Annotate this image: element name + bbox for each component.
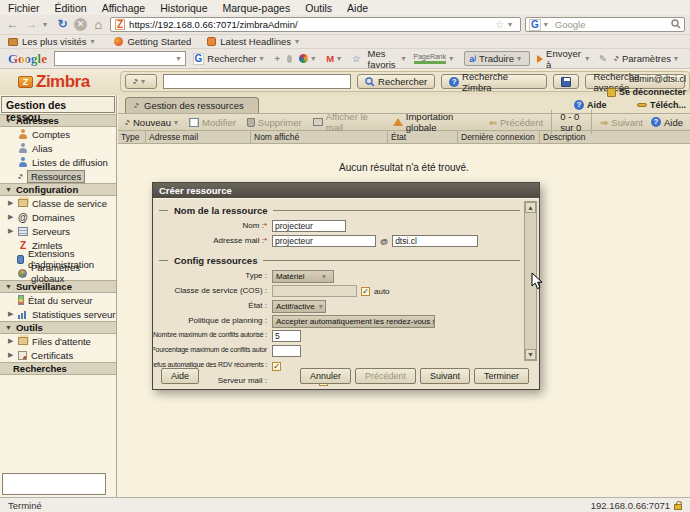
column-etat[interactable]: État bbox=[388, 131, 458, 143]
history-chevron-icon[interactable]: ▾ bbox=[43, 20, 51, 29]
translate-button[interactable]: aʲ Traduire ▾ bbox=[464, 51, 530, 66]
highlight-icon[interactable]: ✎ bbox=[599, 53, 607, 64]
search-type-button[interactable]: ▾ bbox=[125, 74, 157, 89]
tab-gestion-des-ressources[interactable]: Gestion des ressources bbox=[125, 97, 259, 113]
edit-button[interactable]: Modifier bbox=[189, 117, 236, 128]
sidebar-item-statistiques-serveur[interactable]: ▶ Statistiques serveur bbox=[0, 307, 116, 321]
max-conflicts-field[interactable] bbox=[272, 330, 301, 342]
forward-icon[interactable]: → bbox=[24, 17, 39, 32]
apps-menu[interactable]: ▾ bbox=[299, 54, 319, 63]
name-field[interactable] bbox=[272, 220, 346, 232]
add-icon[interactable]: + bbox=[274, 53, 280, 64]
section-configuration[interactable]: ▼ Configuration bbox=[0, 183, 116, 196]
search-zimbra-button[interactable]: ? Recherche Zimbra bbox=[441, 74, 547, 89]
mail-domain-field[interactable] bbox=[392, 235, 478, 247]
cos-field[interactable] bbox=[272, 285, 357, 297]
cancel-button[interactable]: Annuler bbox=[300, 368, 351, 384]
bookmark-getting-started[interactable]: Getting Started bbox=[114, 36, 191, 47]
download-link[interactable]: Téléch... bbox=[637, 100, 686, 110]
sidebar-item-classe-de-service[interactable]: ▶ Classe de service bbox=[0, 196, 116, 210]
search-go-icon[interactable] bbox=[671, 19, 681, 31]
lock-icon[interactable] bbox=[674, 504, 682, 510]
menu-outils[interactable]: Outils bbox=[305, 2, 332, 14]
back-icon[interactable]: ← bbox=[5, 17, 20, 32]
expander-icon[interactable]: ▶ bbox=[8, 213, 14, 221]
global-import-button[interactable]: Importation globale bbox=[393, 111, 478, 133]
scroll-down-icon[interactable]: ▼ bbox=[525, 349, 536, 360]
mail-local-field[interactable] bbox=[272, 235, 376, 247]
spellcheck-icon[interactable] bbox=[287, 55, 292, 63]
home-icon[interactable]: ⌂ bbox=[91, 17, 106, 32]
sidebar-item-domaines[interactable]: ▶ @ Domaines bbox=[0, 210, 116, 224]
cos-auto-checkbox[interactable]: ✓ bbox=[361, 287, 370, 296]
menu-historique[interactable]: Historique bbox=[160, 2, 207, 14]
sidebar-item-parametres-globaux[interactable]: Paramètres globaux bbox=[0, 266, 116, 280]
finish-button[interactable]: Terminer bbox=[474, 368, 529, 384]
dialog-title-bar[interactable]: Créer ressource bbox=[153, 183, 539, 198]
sidebar-item-certificats[interactable]: ▶ Certificats bbox=[0, 348, 116, 362]
urlbar-chevron-icon[interactable]: ▾ bbox=[508, 20, 516, 29]
state-dropdown[interactable]: Actif/active ▾ bbox=[272, 300, 326, 313]
column-adresse-mail[interactable]: Adresse mail bbox=[146, 131, 251, 143]
section-recherches[interactable]: Recherches bbox=[0, 362, 116, 375]
column-description[interactable]: Description bbox=[540, 131, 690, 143]
pagerank-widget[interactable]: PageRank ▾ bbox=[414, 53, 458, 64]
send-to-menu[interactable]: Envoyer à ▾ bbox=[537, 48, 592, 70]
browser-search-box[interactable]: G ▾ Google bbox=[525, 17, 685, 32]
expander-icon[interactable]: ▶ bbox=[8, 337, 14, 345]
menu-aide[interactable]: Aide bbox=[347, 2, 368, 14]
search-button[interactable]: Rechercher bbox=[357, 74, 435, 89]
expander-icon[interactable]: ▶ bbox=[8, 310, 14, 318]
pct-conflicts-field[interactable] bbox=[272, 345, 301, 357]
chevron-down-icon[interactable]: ▾ bbox=[177, 54, 185, 63]
zimbra-search-input[interactable] bbox=[163, 74, 351, 89]
address-bar[interactable]: Z https://192.168.0.66:7071/zimbraAdmin/… bbox=[110, 17, 521, 32]
favorites-menu[interactable]: Mes favoris ▾ bbox=[368, 48, 407, 70]
bookmark-most-visited[interactable]: Les plus visités ▾ bbox=[8, 36, 98, 47]
menu-affichage[interactable]: Affichage bbox=[102, 2, 146, 14]
sidebar-item-comptes[interactable]: Comptes bbox=[0, 127, 116, 141]
dialog-help-button[interactable]: Aide bbox=[161, 368, 199, 384]
help-link[interactable]: ? Aide bbox=[574, 100, 607, 110]
view-mail-button[interactable]: Afficher le mail bbox=[313, 111, 382, 133]
policy-dropdown[interactable]: Accepter automatiquement les rendez-vous… bbox=[272, 315, 435, 328]
sidebar-item-ressources[interactable]: Ressources bbox=[0, 169, 116, 183]
stop-icon[interactable]: ✕ bbox=[74, 18, 87, 31]
menu-edition[interactable]: Édition bbox=[55, 2, 87, 14]
settings-menu[interactable]: Paramètres ▾ bbox=[614, 53, 682, 64]
expander-icon[interactable]: ▶ bbox=[8, 227, 14, 235]
scroll-up-icon[interactable]: ▲ bbox=[525, 202, 536, 213]
next-button[interactable]: Suivant bbox=[420, 368, 470, 384]
bookmark-this-icon[interactable]: ☆ bbox=[352, 53, 361, 64]
previous-page-button[interactable]: ⇐ Précédent bbox=[489, 117, 543, 128]
delete-button[interactable]: Supprimer bbox=[247, 117, 302, 128]
expander-icon[interactable]: ▶ bbox=[8, 199, 14, 207]
bookmark-latest-headlines[interactable]: Latest Headlines ▾ bbox=[207, 36, 303, 47]
expander-icon[interactable]: ▶ bbox=[8, 351, 14, 359]
engine-chevron-icon[interactable]: ▾ bbox=[544, 20, 552, 29]
section-adresses[interactable]: ▼ Adresses bbox=[0, 114, 116, 127]
google-toolbar-search-input[interactable]: ▾ bbox=[54, 51, 186, 66]
new-button[interactable]: Nouveau ▾ bbox=[125, 117, 178, 128]
previous-button[interactable]: Précédent bbox=[355, 368, 416, 384]
bookmark-star-icon[interactable]: ☆ bbox=[495, 19, 504, 30]
toolbar-help-button[interactable]: ? Aide bbox=[651, 117, 683, 128]
reload-icon[interactable]: ↻ bbox=[55, 17, 70, 32]
column-nom-affiche[interactable]: Nom affiché bbox=[251, 131, 388, 143]
next-page-button[interactable]: ⇒ Suivant bbox=[600, 117, 643, 128]
google-engine-icon[interactable]: G bbox=[529, 19, 541, 31]
column-derniere-connexion[interactable]: Dernière connexion bbox=[458, 131, 540, 143]
google-search-button[interactable]: G Rechercher ▾ bbox=[193, 53, 268, 65]
section-outils[interactable]: ▼ Outils bbox=[0, 321, 116, 334]
menu-fichier[interactable]: Fichier bbox=[8, 2, 40, 14]
column-type[interactable]: Type bbox=[118, 131, 146, 143]
sidebar-item-listes-de-diffusion[interactable]: Listes de diffusion bbox=[0, 155, 116, 169]
menu-marque-pages[interactable]: Marque-pages bbox=[223, 2, 291, 14]
gmail-menu[interactable]: M ▾ bbox=[326, 53, 345, 64]
sidebar-item-files-attente[interactable]: ▶ Files d'attente bbox=[0, 334, 116, 348]
type-dropdown[interactable]: Matériel ▾ bbox=[272, 270, 334, 283]
logout-link[interactable]: Se déconnecter bbox=[568, 87, 686, 97]
sidebar-item-alias[interactable]: Alias bbox=[0, 141, 116, 155]
sidebar-item-serveurs[interactable]: ▶ Serveurs bbox=[0, 224, 116, 238]
sidebar-item-etat-du-serveur[interactable]: État du serveur bbox=[0, 293, 116, 307]
